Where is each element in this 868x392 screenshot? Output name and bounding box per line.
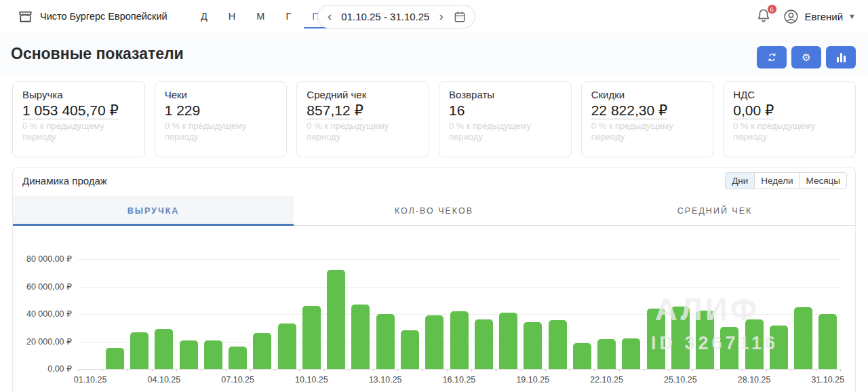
report-chart-button[interactable] (826, 46, 856, 68)
bar-10.10.25[interactable] (302, 306, 321, 369)
refresh-button[interactable] (757, 46, 787, 68)
bar-12.10.25[interactable] (351, 305, 370, 369)
x-axis-label: 31.10.25 (797, 375, 859, 385)
bar-09.10.25[interactable] (278, 324, 296, 369)
x-axis-tick (324, 369, 325, 372)
bar-23.10.25[interactable] (622, 338, 640, 369)
gear-icon: ⚙ (802, 52, 810, 64)
chevron-down-icon: ▼ (848, 12, 856, 20)
date-range-picker[interactable]: ‹ 01.10.25 - 31.10.25 › (317, 5, 475, 28)
kpi-value: 857,12 ₽ (307, 102, 419, 119)
bar-02.10.25[interactable] (106, 348, 124, 369)
bar-11.10.25[interactable] (327, 270, 345, 369)
bar-27.10.25[interactable] (720, 327, 738, 369)
bar-07.10.25[interactable] (229, 347, 247, 369)
period-tab-1[interactable]: Н (226, 9, 237, 23)
kpi-value: 1 053 405,70 ₽ (22, 102, 135, 119)
granularity-switcher: ДниНеделиМесяцы (725, 172, 847, 189)
bar-20.10.25[interactable] (549, 320, 567, 369)
next-period-icon[interactable]: › (437, 9, 444, 22)
notification-badge: 6 (767, 4, 777, 14)
x-axis-tick (349, 369, 349, 372)
x-axis-tick (422, 369, 423, 372)
calendar-icon[interactable] (453, 10, 467, 24)
bar-14.10.25[interactable] (401, 330, 419, 369)
bar-17.10.25[interactable] (475, 319, 493, 369)
y-axis-label: 80 000,00 ₽ (13, 254, 72, 264)
bar-06.10.25[interactable] (204, 340, 222, 369)
bar-18.10.25[interactable] (499, 313, 517, 369)
bar-26.10.25[interactable] (696, 311, 714, 369)
bar-08.10.25[interactable] (253, 333, 271, 369)
y-axis-label: 20 000,00 ₽ (13, 336, 72, 347)
gridline (78, 259, 842, 260)
bar-13.10.25[interactable] (376, 314, 395, 369)
y-axis-label: 40 000,00 ₽ (13, 309, 72, 319)
kpi-label: Выручка (22, 89, 135, 100)
y-axis-label: 0,00 ₽ (13, 364, 72, 374)
kpi-label: Скидки (591, 89, 704, 100)
period-tab-2[interactable]: М (254, 9, 267, 23)
kpi-card-5: НДС0,00 ₽0 % к предыдущему периоду (723, 81, 856, 157)
chart-tab-1[interactable]: КОЛ-ВО ЧЕКОВ (294, 196, 574, 226)
gridline (78, 369, 842, 370)
x-axis-label: 13.10.25 (355, 375, 416, 385)
user-menu[interactable]: Евгений ▼ (783, 8, 856, 25)
kpi-value-text: 22 822,30 ₽ (591, 102, 668, 119)
chart-tabs: ВЫРУЧКАКОЛ-ВО ЧЕКОВСРЕДНИЙ ЧЕК (13, 196, 855, 226)
user-name: Евгений (805, 11, 844, 22)
granularity-option-2[interactable]: Месяцы (800, 172, 847, 189)
period-tab-3[interactable]: Г (283, 9, 293, 23)
x-axis-tick (397, 369, 398, 372)
kpi-value-text: 1 229 (165, 102, 201, 118)
granularity-option-1[interactable]: Недели (754, 172, 800, 189)
kpi-delta: 0 % к предыдущему периоду (591, 121, 675, 143)
chart-tab-0[interactable]: ВЫРУЧКА (13, 196, 294, 226)
bar-16.10.25[interactable] (450, 311, 469, 369)
x-axis-tick (742, 369, 743, 372)
sales-dynamics-panel: Динамика продаж ДниНеделиМесяцы ВЫРУЧКАК… (12, 167, 856, 392)
x-axis-tick (152, 369, 153, 372)
bar-03.10.25[interactable] (130, 332, 149, 369)
kpi-delta: 0 % к предыдущему периоду (22, 121, 106, 143)
top-bar: Чисто Бургерс Европейский ДНМГП ‹ 01.10.… (0, 0, 868, 33)
kpi-value: 22 822,30 ₽ (591, 102, 704, 119)
bar-21.10.25[interactable] (573, 343, 591, 369)
x-axis-tick (717, 369, 718, 372)
kpi-value-text: 1 053 405,70 ₽ (22, 102, 119, 119)
chart-tab-2[interactable]: СРЕДНИЙ ЧЕК (574, 196, 855, 226)
bar-29.10.25[interactable] (770, 326, 788, 369)
bar-28.10.25[interactable] (745, 319, 764, 369)
x-axis-label: 10.10.25 (281, 375, 342, 385)
kpi-card-2: Средний чек857,12 ₽0 % к предыдущему пер… (296, 81, 429, 157)
brand[interactable]: Чисто Бургерс Европейский (18, 0, 167, 33)
bar-31.10.25[interactable] (818, 314, 837, 369)
x-axis-tick (275, 369, 275, 372)
notifications-button[interactable]: 6 (755, 7, 773, 25)
kpi-value: 16 (449, 102, 561, 119)
x-axis-tick (594, 369, 595, 372)
x-axis-tick (447, 369, 448, 372)
bar-22.10.25[interactable] (597, 339, 616, 369)
bar-25.10.25[interactable] (671, 307, 690, 369)
x-axis-tick (250, 369, 251, 372)
settings-button[interactable]: ⚙ (791, 46, 821, 68)
bar-24.10.25[interactable] (647, 309, 665, 369)
kpi-value: 1 229 (165, 102, 277, 119)
bar-19.10.25[interactable] (524, 322, 542, 369)
bar-15.10.25[interactable] (425, 315, 443, 369)
bar-04.10.25[interactable] (155, 329, 173, 369)
topbar-right: 6 Евгений ▼ (755, 0, 856, 33)
bar-05.10.25[interactable] (180, 340, 198, 369)
x-axis-tick (102, 369, 103, 372)
bar-30.10.25[interactable] (794, 307, 812, 369)
kpi-delta: 0 % к предыдущему периоду (307, 121, 391, 143)
prev-period-icon[interactable]: ‹ (326, 9, 333, 22)
period-tab-0[interactable]: Д (199, 9, 210, 23)
page-title: Основные показатели (11, 45, 184, 63)
y-axis-label: 60 000,00 ₽ (13, 281, 72, 292)
x-axis-tick (373, 369, 374, 372)
granularity-option-0[interactable]: Дни (725, 172, 755, 189)
kpi-card-4: Скидки22 822,30 ₽0 % к предыдущему перио… (581, 81, 714, 157)
x-axis-tick (791, 369, 791, 372)
